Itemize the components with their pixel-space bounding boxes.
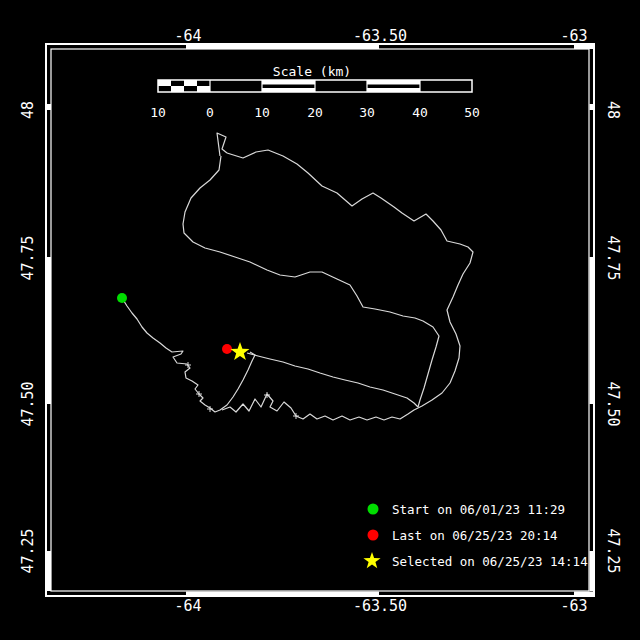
axis-label-left-1: 47.75 bbox=[19, 235, 37, 280]
axis-label-left-2: 47.50 bbox=[19, 381, 37, 426]
selected-point-marker[interactable] bbox=[231, 342, 250, 360]
axis-label-right-1: 47.75 bbox=[604, 235, 622, 280]
legend-label-2: Selected on 06/25/23 14:14 bbox=[392, 554, 588, 569]
track-markers bbox=[117, 293, 250, 360]
legend: Start on 06/01/23 11:29Last on 06/25/23 … bbox=[363, 502, 587, 569]
gps-track bbox=[122, 133, 473, 420]
map-plot: Scale (km) 1001020304050 -64-63.50-63-64… bbox=[0, 0, 640, 640]
legend-label-1: Last on 06/25/23 20:14 bbox=[392, 528, 558, 543]
axis-label-left-3: 47.25 bbox=[19, 528, 37, 573]
scale-bar-number-0: 10 bbox=[150, 105, 166, 120]
axis-label-right-2: 47.50 bbox=[604, 381, 622, 426]
axis-label-top-1: -63.50 bbox=[353, 27, 407, 45]
scale-bar-labels: 1001020304050 bbox=[150, 105, 480, 120]
axis-label-bottom-1: -63.50 bbox=[353, 597, 407, 615]
scale-bar-checker bbox=[158, 80, 210, 92]
axis-label-top-0: -64 bbox=[174, 27, 201, 45]
axis-label-top-2: -63 bbox=[560, 27, 587, 45]
track-segment-2 bbox=[183, 156, 439, 407]
scale-bar-title: Scale (km) bbox=[273, 64, 351, 79]
scale-bar-number-1: 0 bbox=[206, 105, 214, 120]
track-segment-3 bbox=[122, 298, 255, 412]
track-segment-0 bbox=[217, 133, 227, 156]
scale-bar-stripes bbox=[262, 80, 420, 92]
scale-bar-number-5: 40 bbox=[412, 105, 428, 120]
scale-bar-number-2: 10 bbox=[254, 105, 270, 120]
legend-label-0: Start on 06/01/23 11:29 bbox=[392, 502, 565, 517]
axis-label-bottom-2: -63 bbox=[560, 597, 587, 615]
scale-bar-number-6: 50 bbox=[464, 105, 480, 120]
legend-marker-0 bbox=[368, 504, 379, 515]
legend-marker-1 bbox=[368, 530, 379, 541]
track-segment-4 bbox=[247, 353, 418, 407]
last-point-marker[interactable] bbox=[222, 344, 232, 354]
scale-bar: Scale (km) 1001020304050 bbox=[150, 64, 480, 120]
axis-label-left-0: 48 bbox=[19, 101, 37, 119]
scale-bar-number-4: 30 bbox=[359, 105, 375, 120]
track-segment-5 bbox=[222, 394, 418, 420]
fix-marker bbox=[293, 413, 299, 419]
fix-marker bbox=[185, 362, 191, 368]
axis-label-bottom-0: -64 bbox=[174, 597, 201, 615]
track-segment-1 bbox=[227, 150, 473, 408]
start-point-marker[interactable] bbox=[117, 293, 127, 303]
axis-label-right-3: 47.25 bbox=[604, 528, 622, 573]
axis-label-right-0: 48 bbox=[604, 101, 622, 119]
map-viewport[interactable]: Scale (km) 1001020304050 -64-63.50-63-64… bbox=[0, 0, 640, 640]
legend-star-icon bbox=[363, 552, 380, 568]
scale-bar-number-3: 20 bbox=[307, 105, 323, 120]
